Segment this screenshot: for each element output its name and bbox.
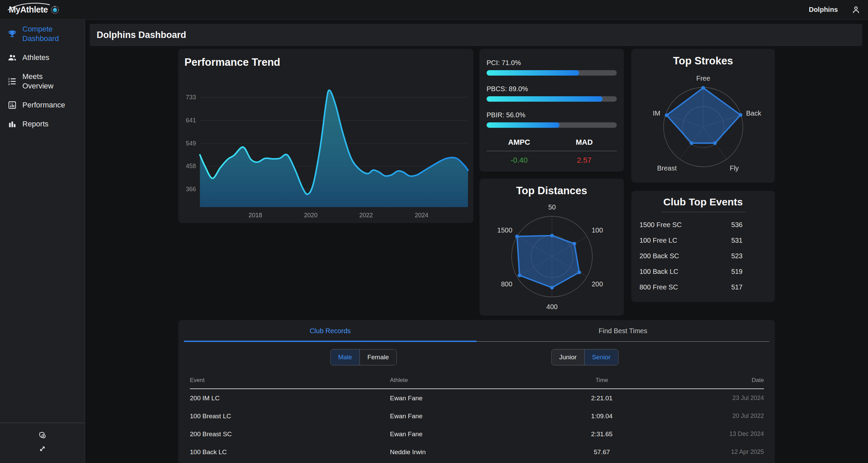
toggle-option-senior[interactable]: Senior [584,349,618,365]
performance-chart-icon [7,100,17,110]
svg-text:2024: 2024 [415,212,428,219]
top-strokes-title: Top Strokes [631,49,775,67]
event-name: 200 Back SC [639,252,679,260]
sidebar-footer [0,423,85,453]
sidebar-item-label: Performance [22,100,74,110]
svg-text:549: 549 [186,140,196,147]
pbir-label: PBIR: 56.0% [487,111,617,119]
svg-text:200: 200 [592,280,603,288]
svg-text:IM: IM [653,109,660,117]
svg-text:Breast: Breast [657,164,677,172]
page-header-bar: Dolphins Dashboard [90,24,862,46]
performance-trend-chart: 7336415494583662018202020222024 [178,49,473,223]
record-event: 200 IM LC [190,395,390,402]
sidebar-item-label: Compete Dashboard [22,24,74,43]
sidebar-item-athletes[interactable]: Athletes [0,48,85,67]
record-time: 57.67 [546,448,658,456]
club-top-events-card: Club Top Events 1500 Free SC536100 Free … [631,191,775,302]
svg-text:2022: 2022 [359,212,373,219]
column-header-time: Time [546,377,658,384]
record-athlete: Ewan Fane [390,395,546,402]
club-event-row: 100 Free LC531 [631,233,775,248]
ampc-value: -0.40 [487,156,552,165]
pbir-progress-fill [487,122,559,128]
event-name: 100 Back LC [639,268,678,276]
record-athlete: Neddie Irwin [390,448,546,456]
svg-text:400: 400 [546,303,557,310]
top-strokes-card: Top Strokes FreeBackFlyBreastIM [631,49,775,183]
metrics-card: PCI: 71.0% PBCS: 89.0% PBIR: 56.0% AMPC … [479,49,624,172]
gender-toggle: Male Female [330,349,397,365]
team-name[interactable]: Dolphins [809,6,838,14]
mad-header: MAD [552,138,617,147]
pbir-progress-track [487,122,617,128]
record-date: 23 Jul 2024 [658,395,764,402]
toggle-option-female[interactable]: Female [359,349,396,365]
pbir-meter: PBIR: 56.0% [487,111,617,128]
table-row: 200 IM LCEwan Fane2:21.0123 Jul 2024 [190,389,764,407]
svg-text:366: 366 [186,186,196,193]
record-time: 2:21.01 [546,395,658,402]
svg-text:458: 458 [186,163,196,169]
club-event-row: 800 Free SC517 [631,279,775,295]
svg-text:50: 50 [548,203,556,211]
event-name: 100 Free LC [639,237,677,244]
sidebar-item-label: Reports [22,119,74,129]
tab-club-records[interactable]: Club Records [184,320,477,342]
table-row: 200 Breast SCEwan Fane2:31.6513 Dec 2024 [190,425,764,443]
sidebar-item-reports[interactable]: Reports [0,115,85,134]
svg-text:1500: 1500 [497,226,513,234]
expand-diagonal-icon[interactable] [38,445,46,453]
laurel-stopwatch-icon [50,5,60,15]
age-toggle: Junior Senior [551,349,618,365]
table-row: 100 Breast LCEwan Fane1:09.0420 Jul 2022 [190,407,764,425]
record-date: 13 Dec 2024 [658,430,764,438]
record-date: 20 Jul 2022 [658,412,764,420]
sidebar-item-label: Meets Overview [22,72,74,91]
club-event-row: 100 Back LC519 [631,264,775,279]
record-event: 100 Back LC [190,448,390,456]
club-event-row: 200 Back SC523 [631,248,775,264]
sidebar-item-performance[interactable]: Performance [0,96,85,115]
toggle-option-male[interactable]: Male [331,349,359,365]
records-table-body: 200 IM LCEwan Fane2:21.0123 Jul 2024100 … [190,389,764,461]
bar-chart-icon [7,119,17,129]
pci-label: PCI: 71.0% [487,59,617,67]
pbcs-label: PBCS: 89.0% [487,85,617,93]
top-strokes-radar-chart: FreeBackFlyBreastIM [631,69,775,183]
record-athlete: Ewan Fane [390,430,546,438]
user-icon[interactable] [851,5,861,14]
svg-text:2020: 2020 [304,212,317,219]
app-logo[interactable]: My Athlete [9,5,60,15]
people-icon [7,53,17,62]
club-top-events-list: 1500 Free SC536100 Free LC531200 Back SC… [631,217,775,295]
record-event: 100 Breast LC [190,412,390,420]
club-top-events-title: Club Top Events [631,191,775,208]
svg-text:800: 800 [501,280,512,288]
record-time: 1:09.04 [546,412,658,420]
performance-trend-card: Performance Trend 7336415494583662018202… [178,49,473,223]
top-bar: My Athlete Dolphins [0,0,868,20]
top-distances-radar-chart: 501002004008001500 [479,199,624,316]
event-name: 800 Free SC [639,283,678,291]
sidebar-item-meets-overview[interactable]: 123 Meets Overview [0,67,85,96]
sidebar: Compete Dashboard Athletes 123 Meets Ove… [0,20,85,463]
sidebar-item-compete-dashboard[interactable]: Compete Dashboard [0,20,85,48]
top-distances-title: Top Distances [479,179,624,197]
svg-text:3: 3 [8,82,9,85]
pci-progress-track [487,70,617,76]
tab-find-best-times[interactable]: Find Best Times [477,320,770,342]
records-table: Event Athlete Time Date 200 IM LCEwan Fa… [190,377,764,461]
logo-text-my: My [9,5,20,15]
svg-text:100: 100 [592,226,603,234]
toggle-option-junior[interactable]: Junior [552,349,584,365]
column-header-date: Date [658,377,764,384]
metric-stats: AMPC MAD -0.40 2.57 [487,138,617,165]
mad-value: 2.57 [552,156,617,165]
record-time: 2:31.65 [546,430,658,438]
event-name: 1500 Free SC [639,221,682,229]
page-title: Dolphins Dashboard [90,30,186,40]
pbcs-progress-track [487,96,617,102]
column-header-event: Event [190,377,390,384]
shield-user-icon[interactable] [38,431,46,439]
